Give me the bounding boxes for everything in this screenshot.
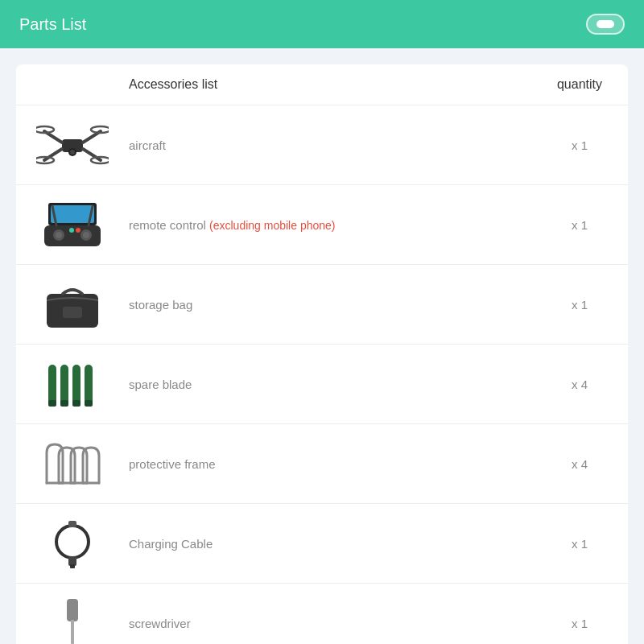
table-row: spare blade x 4 [16,345,628,424]
item-name-charging-cable: Charging Cable [129,537,547,551]
svg-point-15 [56,232,62,238]
toggle-button[interactable] [586,14,625,35]
svg-rect-12 [51,205,94,223]
item-name-aircraft: aircraft [129,138,547,152]
svg-rect-26 [72,365,80,405]
item-name-remote-control: remote control (excluding mobile phone) [129,218,547,232]
svg-rect-31 [85,400,93,407]
table-row: aircraft x 1 [16,105,628,185]
page-title: Parts List [19,15,86,34]
svg-rect-23 [63,307,82,318]
item-qty-storage-bag: x 1 [547,298,612,312]
svg-rect-38 [70,564,75,568]
header-qty-col: quantity [547,77,612,92]
item-name-storage-bag: storage bag [129,298,547,312]
item-note: (excluding mobile phone) [209,219,335,232]
item-qty-protective-frame: x 4 [547,457,612,471]
item-qty-charging-cable: x 1 [547,537,612,551]
item-qty-remote-control: x 1 [547,218,612,232]
table-body: aircraft x 1 [16,105,628,644]
item-image-remote-control [32,196,113,253]
svg-rect-24 [48,365,56,405]
svg-point-5 [36,126,54,133]
item-name-spare-blade: spare blade [129,378,547,391]
item-image-screwdriver [32,595,113,644]
parts-list-table: Accessories list quantity [16,64,628,644]
item-name-screwdriver: screwdriver [129,617,547,630]
svg-rect-40 [67,599,78,621]
item-qty-aircraft: x 1 [547,138,612,152]
svg-rect-27 [85,365,93,405]
header-name-col: Accessories list [129,77,547,92]
svg-point-10 [70,150,75,155]
table-row: Charging Cable x 1 [16,504,628,584]
svg-rect-30 [72,400,80,407]
svg-rect-25 [60,365,68,405]
svg-rect-28 [48,400,56,407]
table-header: Accessories list quantity [16,64,628,105]
svg-rect-29 [60,400,68,407]
svg-rect-41 [71,620,74,644]
item-qty-screwdriver: x 1 [547,617,612,630]
table-row: screwdriver x 1 [16,584,628,644]
svg-point-18 [69,228,74,233]
svg-point-19 [76,228,80,233]
table-row: storage bag x 1 [16,265,628,345]
item-image-aircraft [32,117,113,173]
table-row: protective frame x 4 [16,424,628,504]
svg-rect-39 [68,521,76,527]
svg-point-6 [91,126,109,133]
item-qty-spare-blade: x 4 [547,378,612,391]
item-image-charging-cable [32,515,113,572]
item-name-protective-frame: protective frame [129,457,547,471]
table-row: remote control (excluding mobile phone) … [16,185,628,265]
item-image-protective-frame [32,436,113,492]
toggle-indicator [597,20,614,28]
svg-point-36 [56,526,89,558]
item-image-spare-blade [32,356,113,412]
svg-point-17 [83,232,89,238]
item-image-storage-bag [32,276,113,332]
header: Parts List [0,0,644,48]
